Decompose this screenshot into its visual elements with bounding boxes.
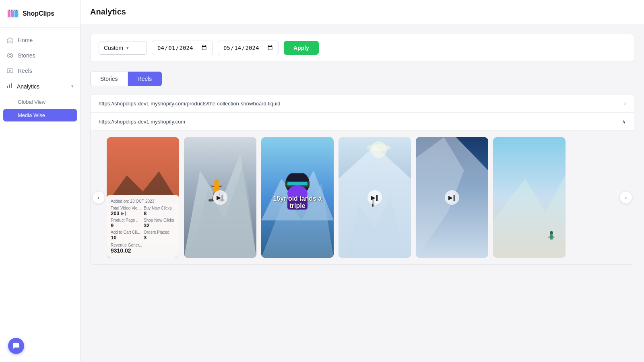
filter-bar: Custom ▾ Apply: [90, 34, 634, 62]
svg-line-20: [219, 186, 222, 187]
svg-rect-46: [550, 234, 553, 239]
card-1-overlay: Added on: 23 OCT 2023 Total Video Vie...…: [107, 195, 179, 258]
url-row-1[interactable]: https://shopclips-dev1.myshopify.com/pro…: [91, 95, 634, 113]
stories-icon: [6, 52, 14, 59]
card-2-play-btn[interactable]: ▶‖: [213, 190, 227, 205]
logo-area: ShopClips: [0, 0, 80, 28]
svg-line-41: [374, 205, 374, 207]
media-card-6[interactable]: [493, 137, 566, 258]
date-to-input[interactable]: [218, 41, 279, 55]
card-3-text: 15yr old lands a triple: [261, 195, 334, 210]
play-icon: ▶‖: [121, 211, 126, 216]
svg-rect-5: [11, 10, 12, 11]
sidebar-item-stories-label: Stories: [18, 52, 35, 59]
card-1-revenue: Revenue Gener... 9310.02: [111, 243, 175, 254]
svg-rect-7: [16, 10, 17, 11]
media-card-5[interactable]: ▶‖: [416, 137, 488, 258]
logo-icon: [6, 7, 19, 20]
tab-reels[interactable]: Reels: [128, 72, 162, 86]
carousel-track: Added on: 23 OCT 2023 Total Video Vie...…: [107, 137, 618, 258]
svg-rect-4: [9, 10, 10, 11]
card-5-play-btn[interactable]: ▶‖: [445, 190, 459, 205]
stat-add-to-cart: Add to Cart Cli... 10: [111, 230, 142, 241]
main-content: Analytics Custom ▾ Apply Stories Reels h…: [80, 0, 644, 362]
card-1-date: Added on: 23 OCT 2023: [111, 199, 175, 204]
sidebar-item-home[interactable]: Home: [0, 33, 80, 48]
stat-shop-now: Shop Now Clicks 32: [144, 218, 175, 228]
svg-point-35: [367, 144, 391, 151]
media-card-1[interactable]: Added on: 23 OCT 2023 Total Video Vie...…: [107, 137, 179, 258]
url-2-chevron-icon: ∧: [622, 119, 626, 125]
period-select-label: Custom: [104, 45, 123, 51]
stat-label-total-views: Total Video Vie... 203 ▶‖: [111, 206, 142, 216]
chat-bubble-button[interactable]: [8, 338, 24, 354]
url-row-2[interactable]: https://shopclips-dev1.myshopify.com ∧: [91, 113, 634, 131]
svg-rect-11: [7, 86, 8, 88]
sidebar-nav: Home Stories Reels Analytics ▾: [0, 28, 80, 362]
svg-point-17: [214, 179, 219, 184]
card-1-stats-grid: Total Video Vie... 203 ▶‖ Buy Now Clicks: [111, 206, 175, 241]
sidebar-item-global-view[interactable]: Global View: [0, 96, 80, 108]
svg-rect-13: [11, 83, 12, 88]
global-view-label: Global View: [18, 99, 45, 105]
url-expanded-section: https://shopclips-dev1.myshopify.com ∧ ‹: [91, 113, 634, 264]
svg-rect-12: [9, 84, 10, 88]
analytics-icon: [6, 82, 13, 90]
svg-rect-3: [14, 10, 18, 17]
date-from-input[interactable]: [152, 41, 213, 55]
content-tabs: Stories Reels: [90, 72, 634, 86]
stat-product-page: Product Page ... 9: [111, 218, 142, 228]
sidebar-item-home-label: Home: [18, 37, 33, 43]
svg-rect-6: [14, 10, 14, 11]
url-2-text: https://shopclips-dev1.myshopify.com: [99, 119, 185, 125]
url-1-text: https://shopclips-dev1.myshopify.com/pro…: [99, 101, 624, 107]
stat-buy-now: Buy Now Clicks 8: [144, 206, 175, 216]
svg-rect-1: [8, 10, 10, 17]
sidebar-item-stories[interactable]: Stories: [0, 48, 80, 63]
page-title: Analytics: [90, 7, 126, 16]
sidebar-item-reels-label: Reels: [18, 68, 32, 74]
period-chevron-icon: ▾: [126, 45, 129, 51]
analytics-sub-nav: Global View Media Wise: [0, 94, 80, 124]
stat-orders: Orders Placed 3: [144, 230, 175, 241]
media-card-3[interactable]: 15yr old lands a triple ▶: [261, 137, 334, 258]
svg-rect-2: [11, 10, 14, 17]
carousel-prev-button[interactable]: ‹: [92, 191, 105, 204]
analytics-chevron-icon: ▾: [71, 84, 74, 89]
svg-rect-29: [287, 182, 308, 185]
stat-value-total-views: 203: [111, 210, 120, 216]
media-card-2[interactable]: ▶‖: [184, 137, 256, 258]
svg-point-8: [8, 53, 13, 58]
url-section: https://shopclips-dev1.myshopify.com/pro…: [90, 94, 634, 265]
reels-icon: [6, 67, 14, 74]
apply-button[interactable]: Apply: [284, 41, 319, 55]
svg-line-19: [211, 186, 214, 187]
sidebar-item-media-wise[interactable]: Media Wise: [3, 109, 77, 121]
home-icon: [6, 37, 14, 44]
card-4-play-btn[interactable]: ▶‖: [367, 190, 382, 205]
svg-point-9: [9, 54, 11, 57]
svg-marker-44: [493, 175, 566, 258]
sidebar: ShopClips Home Stories Reels: [0, 0, 80, 362]
sidebar-item-analytics-label: Analytics: [17, 83, 67, 90]
sidebar-item-analytics[interactable]: Analytics ▾: [0, 78, 80, 94]
carousel-next-button[interactable]: ›: [619, 191, 632, 204]
media-wise-label: Media Wise: [18, 112, 45, 118]
svg-point-45: [550, 231, 553, 234]
content-area: Custom ▾ Apply Stories Reels https://sho…: [80, 24, 644, 362]
media-carousel: ‹: [91, 131, 634, 264]
sidebar-item-reels[interactable]: Reels: [0, 63, 80, 78]
period-select[interactable]: Custom ▾: [99, 41, 147, 55]
app-name: ShopClips: [23, 10, 54, 17]
top-bar: Analytics: [80, 0, 644, 24]
chat-icon: [12, 342, 20, 350]
media-card-4[interactable]: ▶‖: [339, 137, 411, 258]
tab-stories[interactable]: Stories: [90, 72, 128, 86]
url-1-chevron-icon: ›: [624, 100, 626, 107]
svg-line-40: [372, 205, 373, 207]
